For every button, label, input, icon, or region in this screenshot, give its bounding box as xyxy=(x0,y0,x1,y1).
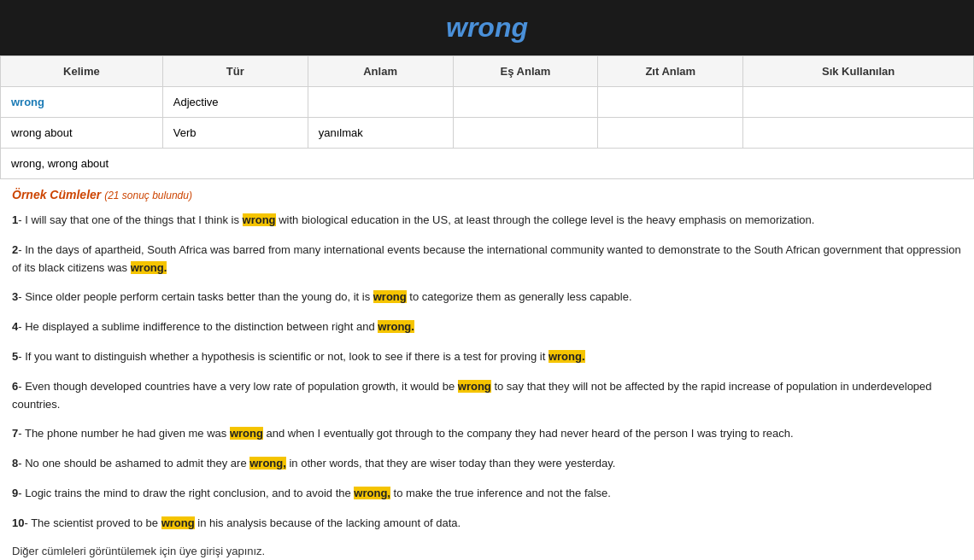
sentence-number: 10 xyxy=(12,516,24,529)
cell-tur-1: Adjective xyxy=(162,87,308,118)
cell-zit-2 xyxy=(598,118,743,149)
col-header-tur: Tür xyxy=(162,56,308,87)
sentence-text: with biological education in the US, at … xyxy=(276,213,815,226)
col-header-es-anlam: Eş Anlam xyxy=(453,56,598,87)
cell-anlam-2: yanılmak xyxy=(308,118,453,149)
cell-kelime-2: wrong about xyxy=(1,118,163,149)
examples-heading: Örnek Cümleler (21 sonuç bulundu) xyxy=(12,188,962,201)
search-word-title: wrong xyxy=(446,12,528,43)
highlight-word: wrong. xyxy=(549,350,585,363)
cell-tur-2: Verb xyxy=(162,118,308,149)
sentence-item: 4- He displayed a sublime indifference t… xyxy=(12,318,962,336)
highlight-word: wrong xyxy=(161,516,195,529)
sentence-item: 9- Logic trains the mind to draw the rig… xyxy=(12,485,962,503)
highlight-word: wrong, xyxy=(354,487,390,499)
table-footer-text: wrong, wrong about xyxy=(1,149,974,179)
examples-heading-text: Örnek Cümleler xyxy=(12,188,101,201)
examples-section: Örnek Cümleler (21 sonuç bulundu) 1- I w… xyxy=(0,179,974,560)
table-row: wrong Adjective xyxy=(1,87,974,118)
sentence-item: 1- I will say that one of the things tha… xyxy=(12,212,962,230)
col-header-kelime: Kelime xyxy=(1,56,163,87)
cell-kelime-1: wrong xyxy=(1,87,163,118)
table-header-row: Kelime Tür Anlam Eş Anlam Zıt Anlam Sık … xyxy=(1,56,974,87)
highlight-word: wrong xyxy=(458,380,491,393)
col-header-sik: Sık Kullanılan xyxy=(743,56,974,87)
col-header-zit-anlam: Zıt Anlam xyxy=(598,56,743,87)
footer-words: wrong, wrong about xyxy=(11,157,109,170)
sentence-item: 10- The scientist proved to be wrong in … xyxy=(12,515,962,533)
sentence-text: - Even though developed countries have a… xyxy=(18,380,458,393)
sentence-text: in his analysis because of the lacking a… xyxy=(195,516,461,529)
highlight-word: wrong, xyxy=(249,457,286,470)
sentence-text: - I will say that one of the things that… xyxy=(18,213,242,226)
sentence-text: - If you want to distinguish whether a h… xyxy=(18,350,549,363)
sentence-text: - He displayed a sublime indifference to… xyxy=(18,320,378,333)
highlight-word: wrong xyxy=(243,213,276,226)
sentence-text: - Since older people perform certain tas… xyxy=(18,290,373,303)
col-header-anlam: Anlam xyxy=(308,56,453,87)
table-footer-row: wrong, wrong about xyxy=(1,149,974,179)
login-note: Diğer cümleleri görüntülemek için üye gi… xyxy=(12,545,962,557)
sentence-item: 6- Even though developed countries have … xyxy=(12,378,962,414)
cell-anlam-1 xyxy=(308,87,453,118)
cell-es-1 xyxy=(453,87,598,118)
page-header: wrong xyxy=(0,0,974,55)
sentence-text: and when I eventually got through to the… xyxy=(263,427,794,440)
sentence-text: to make the true inference and not the f… xyxy=(390,487,611,499)
highlight-word: wrong xyxy=(373,290,407,303)
table-row: wrong about Verb yanılmak xyxy=(1,118,974,149)
sentence-text: - The scientist proved to be xyxy=(24,516,161,529)
cell-sik-2 xyxy=(743,118,974,149)
sentences-container: 1- I will say that one of the things tha… xyxy=(12,212,962,533)
sentence-text: in other words, that they are wiser toda… xyxy=(286,457,616,470)
sentence-text: - The phone number he had given me was xyxy=(18,427,230,440)
sentence-text: - Logic trains the mind to draw the righ… xyxy=(18,487,354,499)
sentence-item: 2- In the days of apartheid, South Afric… xyxy=(12,242,962,277)
sentence-item: 3- Since older people perform certain ta… xyxy=(12,289,962,306)
highlight-word: wrong. xyxy=(131,261,167,274)
examples-count: (21 sonuç bulundu) xyxy=(104,190,192,201)
sentence-text: to categorize them as generally less cap… xyxy=(407,290,632,303)
dictionary-table: Kelime Tür Anlam Eş Anlam Zıt Anlam Sık … xyxy=(0,55,974,179)
cell-zit-1 xyxy=(598,87,743,118)
word-link-wrong[interactable]: wrong xyxy=(11,96,44,108)
sentence-item: 5- If you want to distinguish whether a … xyxy=(12,348,962,366)
sentence-item: 8- No one should be ashamed to admit the… xyxy=(12,455,962,473)
sentence-text: - No one should be ashamed to admit they… xyxy=(18,457,249,470)
highlight-word: wrong xyxy=(230,427,263,440)
highlight-word: wrong. xyxy=(378,320,414,333)
sentence-item: 7- The phone number he had given me was … xyxy=(12,425,962,443)
cell-es-2 xyxy=(453,118,598,149)
cell-sik-1 xyxy=(743,87,974,118)
